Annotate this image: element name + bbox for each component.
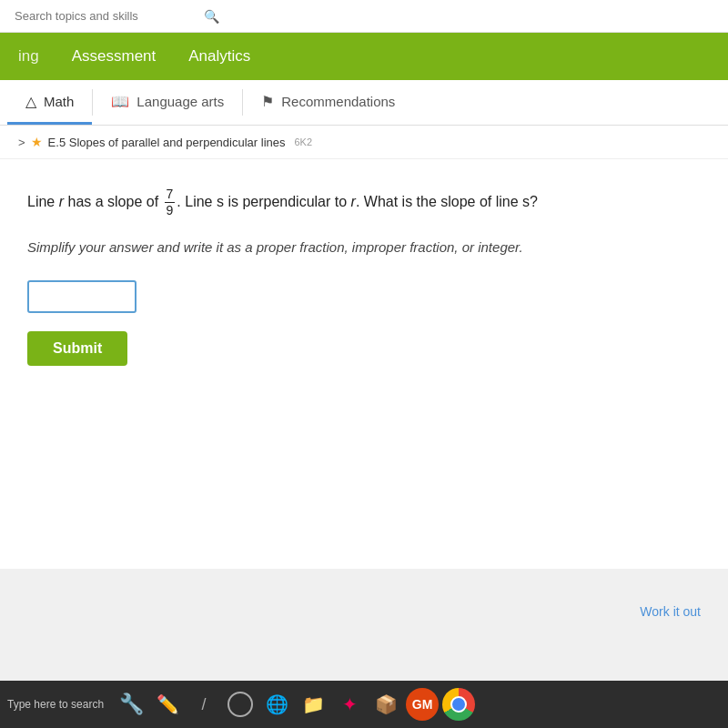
fraction-denominator: 9 xyxy=(165,203,176,218)
recommendations-icon: ⚑ xyxy=(261,93,274,110)
tab-math-label: Math xyxy=(44,94,74,109)
taskbar-star-icon[interactable]: ✦ xyxy=(333,688,366,721)
nav-item-assessment[interactable]: Assessment xyxy=(72,44,157,69)
answer-input[interactable] xyxy=(27,280,136,313)
fraction-numerator: 7 xyxy=(165,187,176,203)
main-content: Line r has a slope of 7 9 . Line s is pe… xyxy=(0,159,728,569)
taskbar-slash-icon: / xyxy=(187,688,220,721)
search-icon: 🔍 xyxy=(204,9,219,24)
fraction-display: 7 9 xyxy=(165,187,176,218)
math-icon: △ xyxy=(25,93,36,110)
breadcrumb-grade: 6K2 xyxy=(294,136,312,147)
nav-item-learning[interactable]: ing xyxy=(18,44,39,69)
nav-item-analytics[interactable]: Analytics xyxy=(188,44,250,69)
taskbar-gm-icon[interactable]: GM xyxy=(406,688,439,721)
breadcrumb-star: ★ xyxy=(31,135,43,149)
search-bar: 🔍 xyxy=(0,0,728,33)
hint-text: Simplify your answer and write it as a p… xyxy=(27,237,701,258)
tab-recommendations-label: Recommendations xyxy=(281,94,395,109)
taskbar-folder-icon[interactable]: 📁 xyxy=(297,688,329,721)
breadcrumb: > ★ E.5 Slopes of parallel and perpendic… xyxy=(0,126,728,159)
tab-recommendations[interactable]: ⚑ Recommendations xyxy=(243,80,413,125)
taskbar-tools-icon[interactable]: 🔧 xyxy=(115,688,147,721)
taskbar-chrome-icon[interactable] xyxy=(442,688,475,721)
tab-language-arts-label: Language arts xyxy=(136,94,224,109)
work-it-out-link[interactable]: Work it out xyxy=(640,604,701,619)
breadcrumb-arrow: > xyxy=(18,136,25,149)
taskbar: Type here to search 🔧 ✏️ / 🌐 📁 ✦ 📦 GM xyxy=(0,681,728,728)
taskbar-edge-icon[interactable]: 🌐 xyxy=(260,688,293,721)
taskbar-windows-button[interactable] xyxy=(224,688,257,721)
nav-bar: ing Assessment Analytics xyxy=(0,33,728,80)
tabs-bar: △ Math 📖 Language arts ⚑ Recommendations xyxy=(0,80,728,126)
windows-circle-icon xyxy=(228,692,253,717)
tab-math[interactable]: △ Math xyxy=(7,80,92,125)
submit-button[interactable]: Submit xyxy=(27,331,127,366)
taskbar-box-icon[interactable]: 📦 xyxy=(369,688,402,721)
tab-language-arts[interactable]: 📖 Language arts xyxy=(93,80,242,125)
search-input[interactable] xyxy=(15,9,197,23)
taskbar-pencil-icon[interactable]: ✏️ xyxy=(151,688,184,721)
taskbar-search-label: Type here to search xyxy=(7,698,104,711)
language-arts-icon: 📖 xyxy=(111,93,129,110)
breadcrumb-link[interactable]: E.5 Slopes of parallel and perpendicular… xyxy=(48,136,286,149)
question-text: Line r has a slope of 7 9 . Line s is pe… xyxy=(27,187,701,218)
